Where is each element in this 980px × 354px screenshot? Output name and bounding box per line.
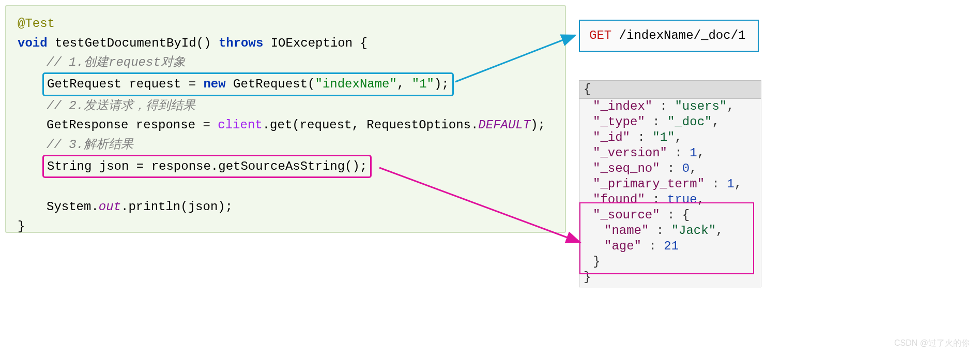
comma: , xyxy=(675,130,682,144)
colon: : xyxy=(660,161,682,175)
code-line: void testGetDocumentById() throws IOExce… xyxy=(18,34,554,53)
json-value: 0 xyxy=(682,161,690,175)
comma: , xyxy=(734,177,742,191)
comma: , xyxy=(697,193,705,207)
code-text: , xyxy=(397,77,412,91)
json-line: "_version" : 1, xyxy=(584,145,757,161)
json-key: "_type" xyxy=(593,115,645,129)
code-line xyxy=(18,178,554,197)
json-line: "_type" : "_doc", xyxy=(584,114,757,130)
json-value: true xyxy=(667,193,697,207)
code-line: // 3.解析结果 xyxy=(18,135,554,155)
method-name: testGetDocumentById() xyxy=(55,36,211,50)
json-value: "users" xyxy=(675,99,727,113)
json-line: } xyxy=(584,270,757,285)
comment: // 1.创建request对象 xyxy=(47,55,186,69)
json-line: "_id" : "1", xyxy=(584,130,757,145)
field-client: client xyxy=(218,118,262,132)
code-text: String json = response.getSourceAsString… xyxy=(47,159,367,173)
json-key: "_index" xyxy=(593,99,652,113)
json-line: "age" : 21 xyxy=(584,239,757,254)
json-value: 1 xyxy=(727,177,734,191)
const-default: DEFAULT xyxy=(478,118,530,132)
json-line: } xyxy=(584,254,757,270)
comma: , xyxy=(727,99,734,113)
json-line: "_primary_term" : 1, xyxy=(584,176,757,192)
colon: : xyxy=(645,193,667,207)
json-key: "found" xyxy=(593,193,645,207)
json-value: "Jack" xyxy=(671,224,716,238)
keyword-throws: throws xyxy=(219,36,263,50)
code-text: ); xyxy=(530,118,545,132)
json-body: "_index" : "users", "_type" : "_doc", "_… xyxy=(579,99,761,288)
json-value: 21 xyxy=(664,239,679,253)
brace: } xyxy=(593,255,600,269)
json-value: "1" xyxy=(652,130,675,144)
keyword-void: void xyxy=(18,36,48,50)
json-line: "_source" : { xyxy=(584,208,757,223)
json-header: { xyxy=(579,81,761,99)
json-line: "_index" : "users", xyxy=(584,99,757,114)
colon: : xyxy=(630,130,652,144)
json-key: "_id" xyxy=(593,130,630,144)
keyword-new: new xyxy=(203,77,225,91)
code-line: String json = response.getSourceAsString… xyxy=(18,155,554,179)
code-text: GetRequest( xyxy=(226,77,315,91)
json-response-panel: { "_index" : "users", "_type" : "_doc", … xyxy=(579,80,761,287)
closing-brace: } xyxy=(18,219,25,233)
code-panel: @Test void testGetDocumentById() throws … xyxy=(5,5,566,233)
code-text: ); xyxy=(434,77,449,91)
code-line: @Test xyxy=(18,14,554,34)
highlight-json-line: String json = response.getSourceAsString… xyxy=(42,155,372,179)
code-line: // 1.创建request对象 xyxy=(18,53,554,72)
colon: : xyxy=(641,239,664,253)
http-verb: GET xyxy=(589,28,611,42)
json-line: "name" : "Jack", xyxy=(584,223,757,239)
code-text: GetResponse response = xyxy=(47,118,218,132)
code-line: // 2.发送请求，得到结果 xyxy=(18,96,554,116)
watermark: CSDN @过了火的你 xyxy=(894,338,970,349)
code-line: GetRequest request = new GetRequest("ind… xyxy=(18,72,554,96)
comma: , xyxy=(690,161,697,175)
colon: : xyxy=(652,99,675,113)
colon: : xyxy=(705,177,727,191)
string: "1" xyxy=(412,77,434,91)
comma: , xyxy=(697,146,705,160)
json-value: "_doc" xyxy=(667,115,712,129)
colon: : xyxy=(649,224,671,238)
string: "indexName" xyxy=(315,77,397,91)
brace: : { xyxy=(660,208,690,222)
get-request-box: GET /indexName/_doc/1 xyxy=(579,20,759,52)
code-text: .println(json); xyxy=(121,200,233,214)
json-key: "_source" xyxy=(593,208,660,222)
code-line: } xyxy=(18,217,554,237)
json-key: "_primary_term" xyxy=(593,177,705,191)
highlight-getrequest: GetRequest request = new GetRequest("ind… xyxy=(42,72,454,96)
json-value: 1 xyxy=(690,146,697,160)
colon: : xyxy=(645,115,667,129)
json-line: "found" : true, xyxy=(584,192,757,208)
http-path: /indexName/_doc/1 xyxy=(611,28,745,42)
comment: // 2.发送请求，得到结果 xyxy=(47,99,195,113)
json-key: "_seq_no" xyxy=(593,161,660,175)
code-text: GetRequest request = xyxy=(47,77,203,91)
code-text: .get(request, RequestOptions. xyxy=(263,118,479,132)
comma: , xyxy=(712,115,719,129)
exception: IOException { xyxy=(271,36,368,50)
code-text: System. xyxy=(47,200,99,214)
field-out: out xyxy=(99,200,121,214)
brace: { xyxy=(584,82,591,96)
comma: , xyxy=(716,224,723,238)
json-key: "age" xyxy=(604,239,641,253)
comment: // 3.解析结果 xyxy=(47,138,133,152)
json-line: "_seq_no" : 0, xyxy=(584,161,757,176)
code-line: GetResponse response = client.get(reques… xyxy=(18,115,554,135)
colon: : xyxy=(667,146,690,160)
json-key: "_version" xyxy=(593,146,667,160)
brace: } xyxy=(584,270,591,284)
code-line: System.out.println(json); xyxy=(18,197,554,217)
annotation: @Test xyxy=(18,17,55,31)
json-key: "name" xyxy=(604,224,649,238)
